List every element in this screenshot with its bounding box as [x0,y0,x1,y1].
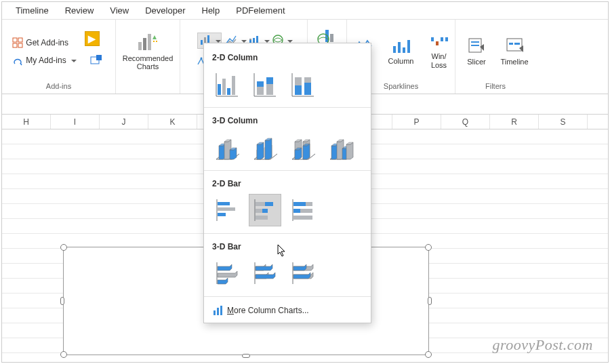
svg-rect-40 [441,37,443,41]
resize-handle[interactable] [425,244,432,251]
column-header[interactable]: Q [441,115,490,129]
svg-rect-36 [403,47,405,53]
resize-handle[interactable] [60,244,67,251]
svg-rect-58 [266,84,273,95]
tab-review[interactable]: Review [57,3,102,18]
chart-type-option[interactable] [249,257,281,289]
column-header[interactable]: P [392,115,441,129]
svg-rect-50 [218,84,221,95]
get-addins-label: Get Add-ins [26,38,68,47]
chart-type-option[interactable] [211,131,243,163]
column-header[interactable]: R [490,115,539,129]
svg-rect-84 [265,202,273,206]
svg-rect-9 [153,41,155,42]
chart-type-option[interactable] [287,194,319,226]
my-addins-dropdown[interactable] [69,56,77,65]
column-header[interactable]: K [148,115,197,129]
tab-help[interactable]: Help [194,3,228,18]
tab-timeline[interactable]: Timeline [7,3,57,18]
mouse-cursor [277,244,285,256]
chart-type-option[interactable] [211,68,243,100]
svg-rect-0 [13,38,17,42]
chart-type-option[interactable] [249,68,281,100]
svg-rect-3 [18,43,22,47]
gallery-section-title: 3-D Bar [204,235,371,256]
svg-rect-92 [293,209,300,213]
timeline-button[interactable]: Timeline [498,25,531,78]
bing-maps-button[interactable]: ▶ [85,31,100,46]
column-header[interactable]: S [539,115,588,129]
chart-type-option[interactable] [287,68,319,100]
svg-rect-38 [431,37,434,41]
svg-rect-86 [262,209,268,213]
visio-visualizer-button[interactable] [85,49,108,72]
sparklines-group-label: Sparklines [384,81,418,92]
recommended-charts-button[interactable]: Recommended Charts [118,25,178,78]
sparkline-column-button[interactable]: Column [385,25,418,78]
filters-group-label: Filters [485,81,506,92]
slicer-label: Slicer [467,58,486,66]
column-header[interactable]: I [51,115,100,129]
column-header[interactable]: H [2,115,51,129]
svg-rect-1 [18,38,22,42]
svg-rect-2 [13,43,17,47]
svg-rect-5 [96,55,102,60]
slicer-button[interactable]: Slicer [460,25,493,78]
resize-handle[interactable] [425,351,432,358]
svg-rect-93 [293,216,312,220]
svg-rect-99 [220,306,222,315]
sparkline-column-icon [392,38,411,54]
addins-group-label: Add-ins [46,81,71,92]
chart-type-option[interactable] [249,131,281,163]
svg-rect-32 [330,34,333,42]
more-column-charts-button[interactable]: More Column Charts... [204,298,371,323]
tab-pdfelement[interactable]: PDFelement [228,3,293,18]
resize-handle[interactable] [428,297,432,305]
svg-rect-56 [257,87,264,95]
svg-rect-59 [266,77,273,84]
sparkline-winloss-button[interactable]: Win/ Loss [423,25,455,78]
recommended-charts-icon [136,33,159,52]
gallery-section-title: 2-D Bar [204,172,371,193]
chart-type-option[interactable] [287,131,319,163]
column-chart-gallery: 2-D Column3-D Column2-D Bar3-D BarMore C… [203,43,371,323]
svg-rect-37 [407,40,410,53]
tab-view[interactable]: View [102,3,137,18]
svg-rect-57 [257,81,264,87]
svg-rect-8 [148,34,151,50]
svg-rect-87 [256,216,268,220]
svg-rect-35 [398,42,401,53]
svg-rect-97 [214,310,216,315]
svg-rect-10 [156,41,157,42]
chart-type-option[interactable] [325,131,357,163]
watermark-text: groovyPost.com [492,336,593,354]
svg-rect-83 [256,202,265,206]
svg-rect-17 [249,39,251,40]
column-header[interactable] [588,115,610,129]
svg-rect-51 [222,79,226,95]
get-addins-button[interactable]: Get Add-ins [9,35,71,50]
svg-rect-85 [256,209,262,213]
svg-rect-80 [218,207,235,211]
chart-type-option[interactable] [249,194,281,226]
svg-rect-39 [436,41,439,45]
slicer-icon [468,37,485,55]
svg-rect-34 [393,46,396,53]
column-header[interactable]: J [100,115,148,129]
my-addins-button[interactable]: My Add-ins [9,53,79,68]
svg-rect-41 [445,37,448,41]
resize-handle[interactable] [242,354,250,358]
chart-type-option[interactable] [211,257,243,289]
column-chart-icon [212,305,223,316]
svg-point-19 [200,58,202,60]
svg-rect-52 [227,88,230,95]
resize-handle[interactable] [60,297,64,305]
resize-handle[interactable] [60,351,67,358]
svg-rect-65 [304,83,311,95]
svg-rect-63 [295,85,302,95]
recommended-charts-label: Recommended Charts [123,54,174,70]
tab-developer[interactable]: Developer [137,3,193,18]
chart-type-option[interactable] [287,257,319,289]
chart-type-option[interactable] [211,194,243,226]
svg-rect-7 [143,38,146,50]
